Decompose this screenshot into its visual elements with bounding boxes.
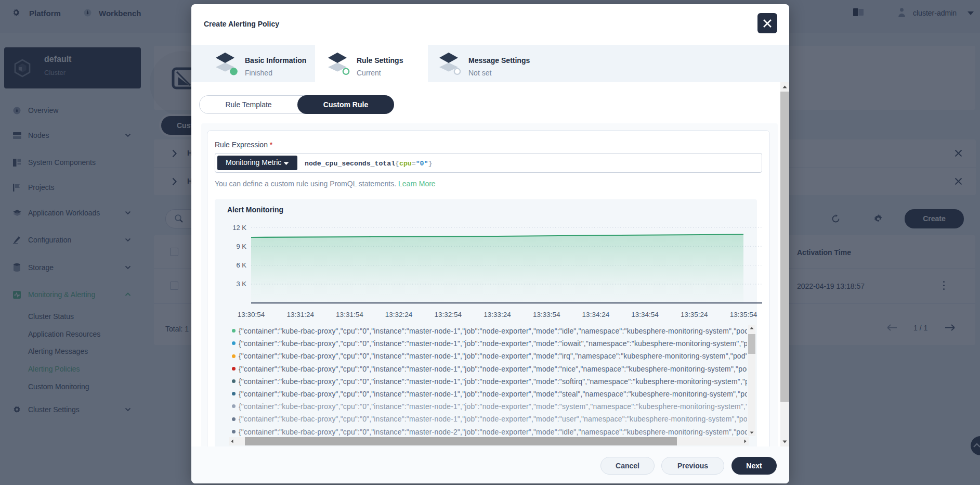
svg-text:13:35:54: 13:35:54	[730, 311, 757, 318]
svg-text:13:30:54: 13:30:54	[238, 311, 265, 318]
svg-text:12 K: 12 K	[232, 224, 246, 232]
svg-text:13:34:24: 13:34:24	[582, 311, 610, 318]
svg-text:9 K: 9 K	[236, 242, 246, 250]
svg-text:6 K: 6 K	[236, 261, 246, 269]
svg-text:13:32:24: 13:32:24	[385, 311, 413, 318]
svg-text:13:34:54: 13:34:54	[631, 311, 659, 318]
svg-text:3 K: 3 K	[236, 280, 246, 288]
svg-text:13:35:24: 13:35:24	[681, 311, 708, 318]
svg-text:13:33:24: 13:33:24	[484, 311, 511, 318]
svg-text:13:31:54: 13:31:54	[336, 311, 363, 318]
svg-text:13:33:54: 13:33:54	[533, 311, 560, 318]
svg-text:13:31:24: 13:31:24	[286, 311, 314, 318]
svg-text:13:32:54: 13:32:54	[435, 311, 462, 318]
